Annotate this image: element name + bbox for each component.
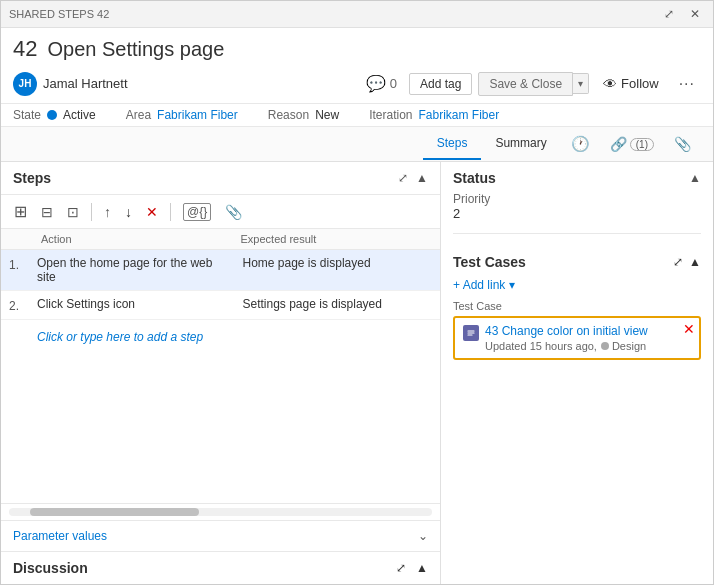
- delete-step-button[interactable]: ✕: [141, 201, 163, 223]
- work-item-name: Open Settings page: [47, 38, 224, 61]
- avatar: JH: [13, 72, 37, 96]
- main-window: SHARED STEPS 42 ⤢ ✕ 42 Open Settings pag…: [0, 0, 714, 585]
- step-number: 2.: [9, 297, 37, 313]
- step-expected[interactable]: Home page is displayed: [235, 256, 433, 270]
- test-case-label: Test Case: [453, 300, 701, 312]
- more-icon: ···: [679, 75, 695, 92]
- maximize-button[interactable]: ⤢: [659, 5, 679, 23]
- follow-button[interactable]: 👁 Follow: [595, 72, 667, 96]
- meta-row: State Active Area Fabrikam Fiber Reason …: [1, 104, 713, 127]
- test-case-updated: Updated 15 hours ago,: [485, 340, 597, 352]
- divider: [453, 233, 701, 234]
- discussion-expand-icon[interactable]: ⤢: [396, 561, 406, 575]
- more-options-button[interactable]: ···: [673, 71, 701, 97]
- work-item-id: 42: [13, 36, 37, 62]
- test-case-remove-button[interactable]: ✕: [683, 322, 695, 336]
- window-title: SHARED STEPS 42: [9, 8, 109, 20]
- state-label: State: [13, 108, 41, 122]
- title-bar-left: SHARED STEPS 42: [9, 8, 109, 20]
- insert-step-button[interactable]: ⊞: [9, 199, 32, 224]
- iteration-label: Iteration: [369, 108, 412, 122]
- attachment-icon: 📎: [674, 136, 691, 152]
- add-link-button[interactable]: + Add link ▾: [453, 276, 515, 294]
- title-bar-right: ⤢ ✕: [659, 5, 705, 23]
- iteration-meta-item: Iteration Fabrikam Fiber: [369, 108, 499, 122]
- left-panel: Steps ⤢ ▲ ⊞ ⊟ ⊡ ↑: [1, 162, 441, 584]
- move-up-button[interactable]: ↑: [99, 201, 116, 223]
- steps-title: Steps: [13, 170, 51, 186]
- test-cases-collapse-icon[interactable]: ▲: [689, 255, 701, 269]
- tab-attachment[interactable]: 📎: [664, 128, 701, 160]
- steps-header-actions: ⤢ ▲: [398, 171, 428, 185]
- param-chevron-icon: ⌄: [418, 529, 428, 543]
- down-arrow-icon: ↓: [125, 204, 132, 220]
- insert-attachment-button[interactable]: ⊡: [62, 201, 84, 223]
- comment-icon: 💬: [366, 74, 386, 93]
- insert-shared-steps-button[interactable]: ⊟: [36, 201, 58, 223]
- toolbar-separator-1: [91, 203, 92, 221]
- steps-expand-icon[interactable]: ⤢: [398, 171, 408, 185]
- test-cases-header-actions: ⤢ ▲: [673, 255, 701, 269]
- discussion-collapse-icon[interactable]: ▲: [416, 561, 428, 575]
- area-value[interactable]: Fabrikam Fiber: [157, 108, 238, 122]
- reason-value: New: [315, 108, 339, 122]
- tab-summary-label: Summary: [495, 136, 546, 150]
- work-item-header: 42 Open Settings page JH Jamal Hartnett …: [1, 28, 713, 104]
- test-cases-expand-icon[interactable]: ⤢: [673, 255, 683, 269]
- comment-count: 0: [390, 76, 397, 91]
- add-step-placeholder[interactable]: Click or type here to add a step: [1, 320, 440, 354]
- table-row[interactable]: 1. Open the home page for the web site H…: [1, 250, 440, 291]
- horizontal-scrollbar[interactable]: [1, 503, 440, 520]
- test-case-name[interactable]: 43 Change color on initial view: [485, 324, 691, 338]
- follow-label: Follow: [621, 76, 659, 91]
- add-tag-button[interactable]: Add tag: [409, 73, 472, 95]
- param-icon: @{}: [183, 203, 211, 221]
- add-tag-label: Add tag: [420, 77, 461, 91]
- attach-button[interactable]: 📎: [220, 201, 247, 223]
- step-action[interactable]: Open the home page for the web site: [37, 256, 235, 284]
- avatar-initials: JH: [19, 78, 32, 89]
- right-panel: Status ▲ Priority 2 Test Cases ⤢ ▲: [441, 162, 713, 584]
- link-icon: 🔗: [610, 136, 627, 152]
- eye-icon: 👁: [603, 76, 617, 92]
- status-title: Status: [453, 170, 496, 186]
- tab-summary[interactable]: Summary: [481, 128, 560, 160]
- iteration-value[interactable]: Fabrikam Fiber: [419, 108, 500, 122]
- steps-column-header: Action Expected result: [1, 229, 440, 250]
- content-area: Steps ⤢ ▲ ⊞ ⊟ ⊡ ↑: [1, 162, 713, 584]
- history-icon: 🕐: [571, 135, 590, 153]
- state-meta-item: State Active: [13, 108, 96, 122]
- test-case-card[interactable]: 43 Change color on initial view Updated …: [453, 316, 701, 360]
- status-collapse-icon[interactable]: ▲: [689, 171, 701, 185]
- test-case-card-content: 43 Change color on initial view Updated …: [463, 324, 691, 352]
- tab-steps-label: Steps: [437, 136, 468, 150]
- move-down-button[interactable]: ↓: [120, 201, 137, 223]
- tab-steps[interactable]: Steps: [423, 128, 482, 160]
- comment-button[interactable]: 💬 0: [360, 70, 403, 97]
- step-action[interactable]: Click Settings icon: [37, 297, 235, 311]
- parameter-values-section[interactable]: Parameter values ⌄: [1, 520, 440, 551]
- tab-history[interactable]: 🕐: [561, 127, 600, 161]
- close-button[interactable]: ✕: [685, 5, 705, 23]
- add-step-text: Click or type here to add a step: [37, 330, 203, 344]
- scroll-thumb[interactable]: [30, 508, 199, 516]
- state-value: Active: [63, 108, 96, 122]
- test-cases-title: Test Cases: [453, 254, 526, 270]
- title-bar: SHARED STEPS 42 ⤢ ✕: [1, 1, 713, 28]
- insert-param-button[interactable]: @{}: [178, 200, 216, 224]
- table-row[interactable]: 2. Click Settings icon Settings page is …: [1, 291, 440, 320]
- toolbar-separator-2: [170, 203, 171, 221]
- attachment-toolbar-icon: ⊡: [67, 204, 79, 220]
- save-close-button[interactable]: Save & Close: [478, 72, 573, 96]
- steps-collapse-icon[interactable]: ▲: [416, 171, 428, 185]
- priority-row: Priority 2: [453, 192, 701, 221]
- add-link-label: + Add link: [453, 278, 505, 292]
- step-expected[interactable]: Settings page is displayed: [235, 297, 433, 311]
- test-cases-header: Test Cases ⤢ ▲: [453, 254, 701, 270]
- parameter-values-label: Parameter values: [13, 529, 107, 543]
- test-case-info: 43 Change color on initial view Updated …: [485, 324, 691, 352]
- save-close-dropdown-button[interactable]: ▾: [573, 73, 589, 94]
- tab-links[interactable]: 🔗 (1): [600, 128, 664, 160]
- user-name: Jamal Hartnett: [43, 76, 128, 91]
- tabs-right: Steps Summary 🕐 🔗 (1) 📎: [423, 127, 701, 161]
